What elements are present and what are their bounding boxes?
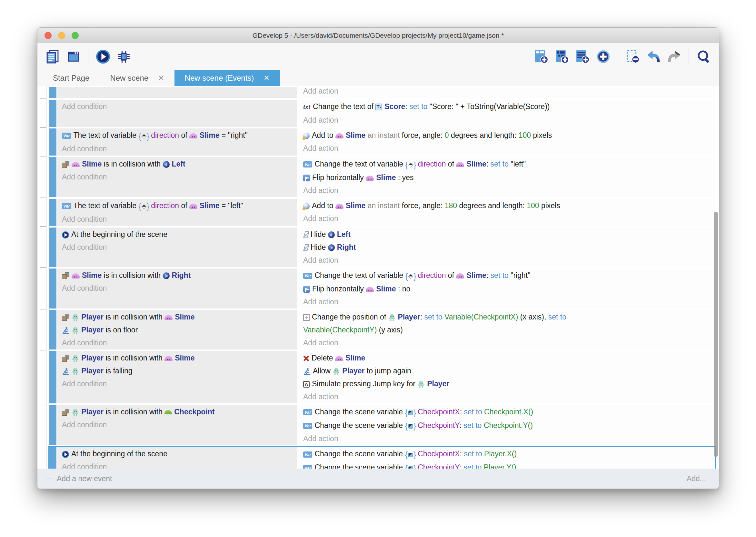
event-selection-bar[interactable]	[49, 405, 57, 446]
action-line[interactable]: VarChange the scene variable {}Checkpoin…	[303, 405, 710, 419]
condition-line[interactable]: VarThe text of variable {}direction of S…	[62, 199, 293, 213]
action-line[interactable]: ASimulate pressing Jump key for Player	[303, 377, 710, 390]
condition-line[interactable]: Slime is in collision with Left	[62, 157, 293, 170]
play-button[interactable]	[94, 47, 112, 66]
add-action-button[interactable]: Add action	[303, 295, 710, 308]
event-selection-bar[interactable]	[49, 100, 57, 127]
event-row[interactable]: Player is in collision with CheckpointAd…	[49, 405, 715, 446]
event-row[interactable]: Slime is in collision with RightAdd cond…	[49, 268, 715, 309]
add-action-button[interactable]: Add action	[303, 142, 710, 154]
add-action-button[interactable]: Add action	[303, 336, 710, 349]
condition-line[interactable]: Player is falling	[62, 364, 293, 377]
action-line[interactable]: Flip horizontally Slime : no	[303, 282, 710, 295]
minimize-window-button[interactable]	[58, 32, 65, 39]
action-line[interactable]: Allow Player to jump again	[303, 364, 710, 377]
event-row[interactable]: Player is in collision with SlimePlayer …	[49, 351, 715, 403]
event-selection-bar[interactable]	[49, 227, 57, 267]
event-selection-bar[interactable]	[49, 157, 57, 197]
tab-new-scene[interactable]: New scene✕	[100, 70, 174, 86]
tab-new-scene-events[interactable]: New scene (Events)✕	[174, 70, 280, 86]
remove-selection-button[interactable]	[624, 47, 642, 66]
add-comment-button[interactable]	[573, 47, 592, 66]
conditions-cell: Slime is in collision with LeftAdd condi…	[57, 157, 297, 197]
add-condition-button[interactable]: Add condition	[62, 336, 293, 349]
actions-cell: Add to Slime an instant force, angle: 18…	[299, 199, 715, 226]
add-condition-button[interactable]: Add condition	[62, 142, 293, 155]
add-action-button[interactable]: Add action	[303, 254, 710, 267]
condition-line[interactable]: VarThe text of variable {}direction of S…	[62, 129, 293, 142]
event-row[interactable]: VarThe text of variable {}direction of S…	[49, 128, 715, 155]
event-row[interactable]: Player is in collision with SlimePlayer …	[49, 310, 715, 350]
events-sheet: Add actionAdd conditiontxtChange the tex…	[37, 86, 719, 469]
action-line[interactable]: Change the position of Player: set to Va…	[303, 310, 710, 336]
tab-close-icon[interactable]: ✕	[158, 74, 164, 82]
action-line[interactable]: Hide Left	[303, 228, 710, 241]
event-selection-bar[interactable]	[49, 128, 57, 155]
actions-cell: txtChange the text of TxScore: set to "S…	[299, 100, 715, 127]
add-action-button[interactable]: Add action	[303, 184, 710, 197]
add-condition-button[interactable]: Add condition	[62, 282, 293, 295]
event-selection-bar[interactable]	[49, 268, 57, 309]
add-new-event-button[interactable]: Add a new event	[47, 475, 112, 483]
event-row[interactable]: At the beginning of the sceneAdd conditi…	[49, 227, 715, 267]
tab-label: New scene	[110, 74, 148, 83]
vertical-scrollbar[interactable]	[714, 212, 718, 457]
action-line[interactable]: VarChange the text of variable {}directi…	[303, 157, 710, 171]
search-button[interactable]	[695, 47, 713, 66]
condition-line[interactable]: Player is in collision with Slime	[62, 351, 293, 364]
event-row[interactable]: At the beginning of the sceneAdd conditi…	[49, 447, 715, 469]
add-action-button[interactable]: Add action	[303, 212, 710, 225]
condition-line[interactable]: Player is on floor	[62, 323, 293, 336]
action-line[interactable]: VarChange the scene variable {}Checkpoin…	[303, 461, 710, 469]
action-line[interactable]: txtChange the text of TxScore: set to "S…	[303, 100, 710, 114]
add-condition-button[interactable]: Add condition	[62, 241, 293, 254]
action-line[interactable]: VarChange the scene variable {}Checkpoin…	[303, 419, 710, 433]
action-line[interactable]: VarChange the text of variable {}directi…	[303, 269, 710, 282]
condition-line[interactable]: At the beginning of the scene	[62, 228, 293, 241]
condition-line[interactable]: Player is in collision with Checkpoint	[62, 405, 293, 418]
event-selection-bar[interactable]	[49, 447, 57, 469]
add-action-button[interactable]: Add action	[303, 87, 710, 98]
tab-start-page[interactable]: Start Page	[43, 70, 100, 86]
event-row[interactable]: Add action	[49, 87, 715, 98]
add-condition-button[interactable]: Add condition	[62, 213, 293, 226]
add-condition-button[interactable]: Add condition	[62, 100, 293, 113]
action-line[interactable]: Delete Slime	[303, 351, 710, 364]
close-window-button[interactable]	[45, 32, 52, 39]
add-event-button[interactable]	[532, 47, 550, 66]
action-line[interactable]: Hide Right	[303, 241, 710, 254]
event-row[interactable]: Slime is in collision with LeftAdd condi…	[49, 157, 715, 197]
scene-variable-icon: {}	[405, 406, 416, 419]
tab-close-icon[interactable]: ✕	[263, 74, 269, 82]
action-line[interactable]: VarChange the scene variable {}Checkpoin…	[303, 447, 710, 461]
project-manager-button[interactable]	[43, 47, 62, 66]
add-subevent-button[interactable]	[552, 47, 571, 66]
event-selection-bar[interactable]	[49, 351, 57, 403]
add-new-button[interactable]	[594, 47, 613, 66]
conditions-cell: Player is in collision with SlimePlayer …	[57, 310, 297, 350]
add-condition-button[interactable]: Add condition	[62, 418, 293, 431]
event-row[interactable]: VarThe text of variable {}direction of S…	[49, 199, 715, 226]
action-line[interactable]: Add to Slime an instant force, angle: 0 …	[303, 129, 710, 142]
add-condition-button[interactable]: Add condition	[62, 460, 293, 469]
add-more-button[interactable]: Add...	[687, 475, 706, 483]
add-action-button[interactable]: Add action	[303, 390, 710, 403]
action-line[interactable]: Flip horizontally Slime : yes	[303, 171, 710, 184]
add-condition-button[interactable]: Add condition	[62, 377, 293, 390]
scene-editor-button[interactable]	[64, 47, 83, 66]
add-action-button[interactable]: Add action	[303, 432, 710, 445]
event-row[interactable]: Add conditiontxtChange the text of TxSco…	[49, 100, 715, 127]
debug-button[interactable]	[114, 47, 133, 66]
condition-line[interactable]: Player is in collision with Slime	[62, 310, 293, 323]
add-action-button[interactable]: Add action	[303, 114, 710, 127]
event-selection-bar[interactable]	[49, 87, 57, 98]
add-condition-button[interactable]: Add condition	[62, 170, 293, 183]
action-line[interactable]: Add to Slime an instant force, angle: 18…	[303, 199, 710, 212]
condition-line[interactable]: At the beginning of the scene	[62, 447, 293, 460]
redo-button[interactable]	[665, 47, 683, 66]
event-selection-bar[interactable]	[49, 310, 57, 350]
undo-button[interactable]	[644, 47, 663, 66]
zoom-window-button[interactable]	[72, 32, 79, 39]
event-selection-bar[interactable]	[49, 199, 57, 226]
condition-line[interactable]: Slime is in collision with Right	[62, 269, 293, 282]
